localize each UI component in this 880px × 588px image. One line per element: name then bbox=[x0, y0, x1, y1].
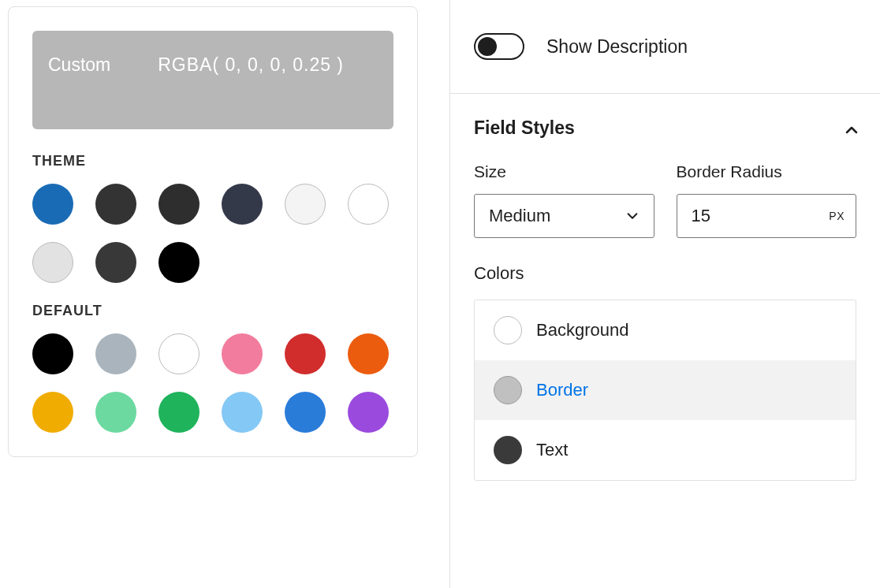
chevron-down-icon bbox=[625, 209, 639, 223]
swatch-default-orange[interactable] bbox=[348, 333, 389, 374]
custom-color-preview[interactable]: Custom RGBA( 0, 0, 0, 0.25 ) bbox=[32, 31, 393, 129]
default-palette-heading: DEFAULT bbox=[32, 303, 393, 319]
field-styles-title: Field Styles bbox=[474, 117, 575, 139]
show-description-toggle[interactable] bbox=[474, 33, 524, 60]
swatch-default-amber[interactable] bbox=[32, 392, 73, 433]
swatch-default-green[interactable] bbox=[158, 392, 199, 433]
swatch-theme-light-gray[interactable] bbox=[32, 242, 73, 283]
swatch-theme-blue[interactable] bbox=[32, 184, 73, 225]
swatch-default-white[interactable] bbox=[158, 333, 199, 374]
theme-swatch-grid bbox=[32, 184, 393, 283]
colors-list: BackgroundBorderText bbox=[474, 300, 856, 481]
colors-section: Colors BackgroundBorderText bbox=[450, 263, 880, 481]
size-select-value: Medium bbox=[489, 206, 625, 226]
size-select[interactable]: Medium bbox=[474, 194, 654, 238]
size-label: Size bbox=[474, 162, 654, 181]
swatch-default-red[interactable] bbox=[285, 333, 326, 374]
default-palette-section: DEFAULT bbox=[32, 303, 393, 433]
swatch-default-pink[interactable] bbox=[222, 333, 263, 374]
color-item-label-background: Background bbox=[536, 320, 628, 341]
custom-color-rgba: RGBA( 0, 0, 0, 0.25 ) bbox=[158, 54, 344, 76]
custom-color-label: Custom bbox=[48, 54, 110, 76]
color-swatch-background bbox=[494, 316, 522, 344]
chevron-up-icon bbox=[844, 122, 856, 135]
toggle-knob bbox=[478, 37, 497, 56]
theme-palette-heading: THEME bbox=[32, 153, 393, 169]
swatch-theme-white[interactable] bbox=[348, 184, 389, 225]
color-picker-popover: Custom RGBA( 0, 0, 0, 0.25 ) THEME DEFAU… bbox=[8, 6, 418, 457]
swatch-theme-dark-gray-3[interactable] bbox=[95, 242, 136, 283]
field-styles-header[interactable]: Field Styles bbox=[450, 94, 880, 147]
swatch-theme-slate[interactable] bbox=[222, 184, 263, 225]
swatch-theme-dark-gray-1[interactable] bbox=[95, 184, 136, 225]
swatch-default-light-blue[interactable] bbox=[222, 392, 263, 433]
color-item-label-border: Border bbox=[536, 380, 588, 400]
swatch-default-blue[interactable] bbox=[285, 392, 326, 433]
swatch-default-gray[interactable] bbox=[95, 333, 136, 374]
color-item-border[interactable]: Border bbox=[475, 360, 856, 420]
border-radius-input-wrap: PX bbox=[677, 194, 857, 238]
show-description-label: Show Description bbox=[546, 36, 688, 58]
swatch-theme-white-soft[interactable] bbox=[285, 184, 326, 225]
size-control: Size Medium bbox=[474, 162, 654, 238]
swatch-default-black[interactable] bbox=[32, 333, 73, 374]
theme-palette-section: THEME bbox=[32, 153, 393, 283]
show-description-row: Show Description bbox=[450, 0, 880, 94]
size-radius-row: Size Medium Border Radius PX bbox=[450, 147, 880, 263]
swatch-theme-dark-gray-2[interactable] bbox=[158, 184, 199, 225]
swatch-default-purple[interactable] bbox=[348, 392, 389, 433]
color-item-label-text: Text bbox=[536, 440, 568, 460]
border-radius-input[interactable] bbox=[692, 206, 830, 226]
swatch-default-mint[interactable] bbox=[95, 392, 136, 433]
color-item-text[interactable]: Text bbox=[475, 420, 856, 480]
border-radius-label: Border Radius bbox=[677, 162, 857, 181]
color-swatch-border bbox=[494, 376, 522, 404]
border-radius-unit[interactable]: PX bbox=[829, 210, 845, 222]
swatch-theme-black[interactable] bbox=[158, 242, 199, 283]
default-swatch-grid bbox=[32, 333, 393, 433]
border-radius-control: Border Radius PX bbox=[677, 162, 857, 238]
color-picker-panel: Custom RGBA( 0, 0, 0, 0.25 ) THEME DEFAU… bbox=[0, 0, 449, 588]
colors-heading: Colors bbox=[474, 263, 856, 284]
settings-sidebar: Show Description Field Styles Size Mediu… bbox=[449, 0, 880, 588]
color-item-background[interactable]: Background bbox=[475, 300, 856, 360]
color-swatch-text bbox=[494, 436, 522, 464]
